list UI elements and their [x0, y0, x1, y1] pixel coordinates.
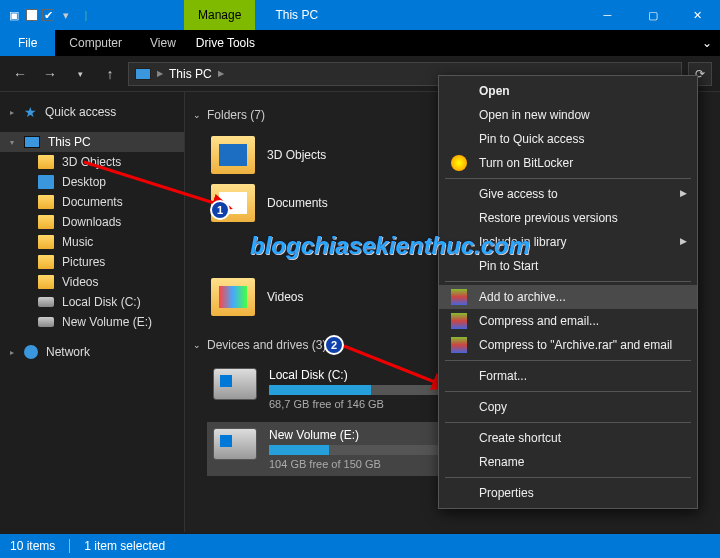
- folder-icon: [211, 136, 255, 174]
- context-menu: Open Open in new window Pin to Quick acc…: [438, 75, 698, 509]
- qat-dropdown-icon[interactable]: ▾: [58, 7, 74, 23]
- chevron-right-icon: ▶: [680, 236, 687, 246]
- ctx-pin-start[interactable]: Pin to Start: [439, 254, 697, 278]
- sidebar-item-localdisk[interactable]: Local Disk (C:): [0, 292, 184, 312]
- ribbon-expand-icon[interactable]: ⌄: [694, 30, 720, 56]
- ctx-copy[interactable]: Copy: [439, 395, 697, 419]
- annotation-badge-2: 2: [324, 335, 344, 355]
- sidebar-item-videos[interactable]: Videos: [0, 272, 184, 292]
- minimize-button[interactable]: ─: [585, 0, 630, 30]
- drive-localdisk[interactable]: Local Disk (C:) 68,7 GB free of 146 GB: [207, 362, 467, 416]
- ctx-add-archive[interactable]: Add to archive...: [439, 285, 697, 309]
- close-button[interactable]: ✕: [675, 0, 720, 30]
- app-icon: ▣: [6, 7, 22, 23]
- tab-view[interactable]: View: [136, 30, 190, 56]
- ctx-create-shortcut[interactable]: Create shortcut: [439, 426, 697, 450]
- manage-tab[interactable]: Manage: [184, 0, 255, 30]
- rar-icon: [451, 289, 467, 305]
- sidebar-item-music[interactable]: Music: [0, 232, 184, 252]
- chevron-down-icon: ⌄: [193, 340, 201, 350]
- ctx-format[interactable]: Format...: [439, 364, 697, 388]
- chevron-icon: ▶: [218, 69, 224, 78]
- pc-icon: [24, 136, 40, 148]
- chevron-right-icon: ▶: [680, 188, 687, 198]
- sidebar-item-desktop[interactable]: Desktop: [0, 172, 184, 192]
- disk-icon: [38, 317, 54, 327]
- status-bar: 10 items 1 item selected: [0, 534, 720, 558]
- ctx-open-new-window[interactable]: Open in new window: [439, 103, 697, 127]
- usage-bar: [269, 445, 461, 455]
- folder-tile-documents[interactable]: Documents: [207, 180, 427, 226]
- separator: [445, 360, 691, 361]
- sidebar-item-downloads[interactable]: Downloads: [0, 212, 184, 232]
- shield-icon: [451, 155, 467, 171]
- breadcrumb-thispc[interactable]: This PC: [169, 67, 212, 81]
- usage-bar: [269, 385, 461, 395]
- disk-icon: [213, 368, 257, 400]
- qat-newfolder-icon[interactable]: ✔: [42, 9, 54, 21]
- separator: [445, 422, 691, 423]
- chevron-down-icon: ⌄: [193, 110, 201, 120]
- window-title: This PC: [255, 0, 585, 30]
- pc-icon: [135, 68, 151, 80]
- network-icon: [24, 345, 38, 359]
- sidebar-item-documents[interactable]: Documents: [0, 192, 184, 212]
- drive-newvolume[interactable]: New Volume (E:) 104 GB free of 150 GB: [207, 422, 467, 476]
- sidebar-item-newvolume[interactable]: New Volume (E:): [0, 312, 184, 332]
- status-item-count: 10 items: [10, 539, 55, 553]
- sidebar-item-network[interactable]: ▸Network: [0, 342, 184, 362]
- sidebar-item-thispc[interactable]: ▾This PC: [0, 132, 184, 152]
- folder-icon: [38, 275, 54, 289]
- folder-tile-3dobjects[interactable]: 3D Objects: [207, 132, 427, 178]
- titlebar: ▣ ✔ ▾ | Manage This PC ─ ▢ ✕: [0, 0, 720, 30]
- sidebar-item-quickaccess[interactable]: ▸★Quick access: [0, 102, 184, 122]
- disk-icon: [213, 428, 257, 460]
- recent-dropdown[interactable]: ▾: [68, 62, 92, 86]
- folder-icon: [38, 175, 54, 189]
- rar-icon: [451, 313, 467, 329]
- ctx-properties[interactable]: Properties: [439, 481, 697, 505]
- ctx-compress-email[interactable]: Compress and email...: [439, 309, 697, 333]
- ctx-include-library[interactable]: Include in library▶: [439, 230, 697, 254]
- sidebar-item-3dobjects[interactable]: 3D Objects: [0, 152, 184, 172]
- ctx-rename[interactable]: Rename: [439, 450, 697, 474]
- ctx-give-access[interactable]: Give access to▶: [439, 182, 697, 206]
- maximize-button[interactable]: ▢: [630, 0, 675, 30]
- qat-divider: |: [78, 7, 94, 23]
- sidebar-item-pictures[interactable]: Pictures: [0, 252, 184, 272]
- star-icon: ★: [24, 105, 37, 119]
- rar-icon: [451, 337, 467, 353]
- ctx-compress-named[interactable]: Compress to "Archive.rar" and email: [439, 333, 697, 357]
- tab-file[interactable]: File: [0, 30, 55, 56]
- ctx-pin-quick[interactable]: Pin to Quick access: [439, 127, 697, 151]
- ribbon: File Computer View Drive Tools ⌄: [0, 30, 720, 56]
- separator: [445, 178, 691, 179]
- qat-properties-icon[interactable]: [26, 9, 38, 21]
- folder-icon: [38, 195, 54, 209]
- status-selected: 1 item selected: [84, 539, 165, 553]
- ctx-open[interactable]: Open: [439, 79, 697, 103]
- ctx-restore[interactable]: Restore previous versions: [439, 206, 697, 230]
- disk-icon: [38, 297, 54, 307]
- tab-drive-tools[interactable]: Drive Tools: [190, 30, 450, 56]
- folder-icon: [38, 155, 54, 169]
- forward-button[interactable]: →: [38, 62, 62, 86]
- annotation-badge-1: 1: [210, 200, 230, 220]
- folder-icon: [38, 235, 54, 249]
- separator: [445, 391, 691, 392]
- chevron-icon: ▶: [157, 69, 163, 78]
- folder-icon: [38, 255, 54, 269]
- back-button[interactable]: ←: [8, 62, 32, 86]
- folder-tile-videos[interactable]: Videos: [207, 274, 427, 320]
- separator: [445, 281, 691, 282]
- ctx-bitlocker[interactable]: Turn on BitLocker: [439, 151, 697, 175]
- folder-icon: [38, 215, 54, 229]
- nav-pane: ▸★Quick access ▾This PC 3D Objects Deskt…: [0, 92, 185, 532]
- up-button[interactable]: ↑: [98, 62, 122, 86]
- folder-icon: [211, 278, 255, 316]
- separator: [445, 477, 691, 478]
- tab-computer[interactable]: Computer: [55, 30, 136, 56]
